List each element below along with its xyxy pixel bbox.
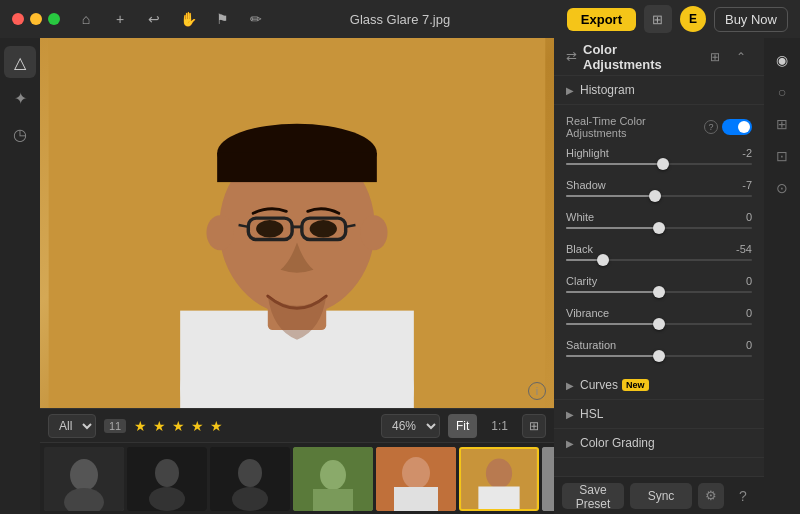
svg-point-32 [486,458,512,488]
shadow-slider-row: Shadow -7 [554,175,764,207]
filter-select[interactable]: All [48,414,96,438]
svg-point-24 [232,487,268,511]
highlight-thumb[interactable] [657,158,669,170]
black-track[interactable] [566,259,752,261]
rs-camera-icon[interactable]: ⊙ [768,174,796,202]
rs-circle-icon[interactable]: ○ [768,78,796,106]
filmstrip [40,442,554,514]
sidebar-icon-clock[interactable]: ◷ [4,118,36,150]
shadow-thumb[interactable] [649,190,661,202]
left-sidebar: △ ✦ ◷ [0,38,40,514]
layout-icon[interactable]: ⊞ [644,5,672,33]
svg-rect-15 [217,153,377,182]
curves-section[interactable]: ▶ Curves New [554,371,764,400]
save-preset-button[interactable]: Save Preset [562,483,624,509]
color-grading-arrow: ▶ [566,438,574,449]
svg-rect-27 [313,489,353,511]
window-title: Glass Glare 7.jpg [350,12,450,27]
film-thumb-7[interactable] [542,447,554,511]
vibrance-thumb[interactable] [653,318,665,330]
image-container: i [40,38,554,408]
add-icon[interactable]: + [106,5,134,33]
panel-content: ▶ Histogram Real-Time Color Adjustments … [554,76,764,476]
hsl-section[interactable]: ▶ HSL [554,400,764,429]
settings-small-button[interactable]: ⚙ [698,483,724,509]
saturation-value: 0 [746,339,752,351]
shadow-track[interactable] [566,195,752,197]
vibrance-label: Vibrance [566,307,609,319]
sidebar-icon-triangle[interactable]: △ [4,46,36,78]
svg-rect-30 [394,487,438,511]
white-track[interactable] [566,227,752,229]
highlight-track[interactable] [566,163,752,165]
film-thumb-2[interactable] [127,447,207,511]
clarity-slider-row: Clarity 0 [554,271,764,303]
histogram-arrow: ▶ [566,85,574,96]
window-controls [12,13,60,25]
minimize-button[interactable] [30,13,42,25]
zoom-select[interactable]: 46% [381,414,440,438]
svg-point-20 [155,459,179,487]
help-button[interactable]: ? [730,483,756,509]
main-image: i [40,38,554,408]
clarity-label: Clarity [566,275,597,287]
clarity-value: 0 [746,275,752,287]
svg-point-29 [402,457,430,489]
sidebar-icon-sun[interactable]: ✦ [4,82,36,114]
close-button[interactable] [12,13,24,25]
white-label: White [566,211,594,223]
hsl-label: HSL [580,407,603,421]
realtime-label: Real-Time Color Adjustments [566,115,700,139]
clarity-track[interactable] [566,291,752,293]
vibrance-track[interactable] [566,323,752,325]
panel-chevron-icon[interactable]: ⌃ [730,46,752,68]
highlight-slider-row: Highlight -2 [554,143,764,175]
maximize-button[interactable] [48,13,60,25]
fit-button[interactable]: Fit [448,414,477,438]
svg-point-23 [238,459,262,487]
realtime-info-icon[interactable]: ? [704,120,718,134]
clarity-thumb[interactable] [653,286,665,298]
home-icon[interactable]: ⌂ [72,5,100,33]
svg-point-11 [310,220,337,238]
film-thumb-5[interactable] [376,447,456,511]
black-label: Black [566,243,593,255]
film-thumb-6[interactable] [459,447,539,511]
film-thumb-4[interactable] [293,447,373,511]
flag-icon[interactable]: ⚑ [208,5,236,33]
white-slider-row: White 0 [554,207,764,239]
sliders-section: Real-Time Color Adjustments ? Highlight … [554,105,764,371]
panel-title: Color Adjustments [583,42,698,72]
svg-point-21 [149,487,185,511]
saturation-label: Saturation [566,339,616,351]
saturation-track[interactable] [566,355,752,357]
info-icon[interactable]: i [528,382,546,400]
svg-point-10 [256,220,283,238]
one-to-one-button[interactable]: 1:1 [485,417,514,435]
white-thumb[interactable] [653,222,665,234]
realtime-toggle[interactable] [722,119,752,135]
grid-view-button[interactable]: ⊞ [522,414,546,438]
histogram-section[interactable]: ▶ Histogram [554,76,764,105]
title-bar-right: Export ⊞ E Buy Now [567,5,788,33]
saturation-thumb[interactable] [653,350,665,362]
rs-face-icon[interactable]: ◉ [768,46,796,74]
black-thumb[interactable] [597,254,609,266]
avatar[interactable]: E [680,6,706,32]
film-thumb-1[interactable] [44,447,124,511]
buy-button[interactable]: Buy Now [714,7,788,32]
canvas-area: i All 11 ★ ★ ★ ★ ★ 46% Fit 1:1 ⊞ [40,38,554,514]
rs-image-icon[interactable]: ⊡ [768,142,796,170]
panel-expand-icon[interactable]: ⊞ [704,46,726,68]
hand-icon[interactable]: ✋ [174,5,202,33]
film-thumb-3[interactable] [210,447,290,511]
rs-grid-icon[interactable]: ⊞ [768,110,796,138]
undo-icon[interactable]: ↩ [140,5,168,33]
histogram-label: Histogram [580,83,635,97]
title-bar: ⌂ + ↩ ✋ ⚑ ✏ Glass Glare 7.jpg Export ⊞ E… [0,0,800,38]
saturation-slider-row: Saturation 0 [554,335,764,367]
sync-button[interactable]: Sync [630,483,692,509]
pen-icon[interactable]: ✏ [242,5,270,33]
color-grading-section[interactable]: ▶ Color Grading [554,429,764,458]
export-button[interactable]: Export [567,8,636,31]
